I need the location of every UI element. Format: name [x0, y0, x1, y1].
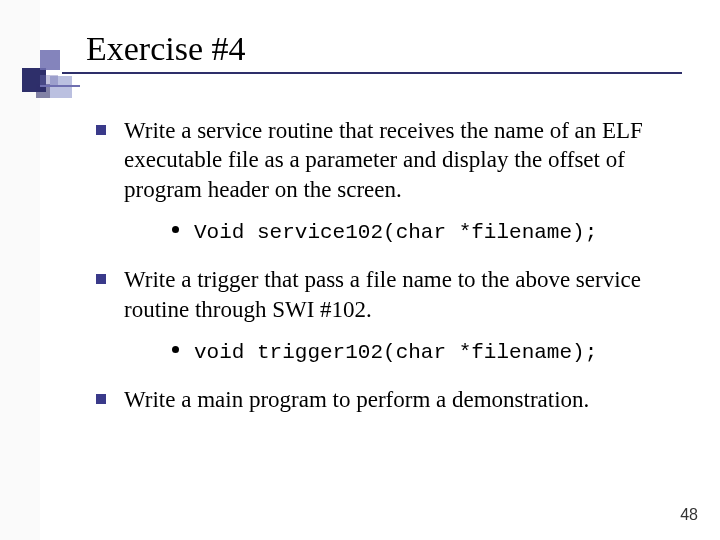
list-item: Write a main program to perform a demons…: [90, 385, 670, 414]
list-item: Write a service routine that receives th…: [90, 116, 670, 247]
content-area: Write a service routine that receives th…: [90, 116, 670, 432]
list-item-text: Write a main program to perform a demons…: [124, 387, 589, 412]
slide: Exercise #4 Write a service routine that…: [0, 0, 720, 540]
code-snippet: void trigger102(char *filename);: [194, 341, 597, 364]
code-snippet: Void service102(char *filename);: [194, 221, 597, 244]
square-bullet-icon: [96, 274, 106, 284]
title-underline: [62, 72, 682, 74]
page-number: 48: [680, 506, 698, 524]
title-accent-line: [40, 85, 80, 87]
square-bullet-icon: [96, 394, 106, 404]
list-item: Write a trigger that pass a file name to…: [90, 265, 670, 367]
list-subitem: void trigger102(char *filename);: [124, 338, 670, 367]
slide-title: Exercise #4: [86, 30, 246, 68]
title-accent-block: [40, 75, 58, 85]
list-subitem: Void service102(char *filename);: [124, 218, 670, 247]
dot-bullet-icon: [172, 226, 179, 233]
list-item-text: Write a trigger that pass a file name to…: [124, 267, 641, 321]
square-bullet-icon: [96, 125, 106, 135]
list-item-text: Write a service routine that receives th…: [124, 118, 643, 202]
dot-bullet-icon: [172, 346, 179, 353]
title-wrap: Exercise #4: [86, 30, 246, 68]
